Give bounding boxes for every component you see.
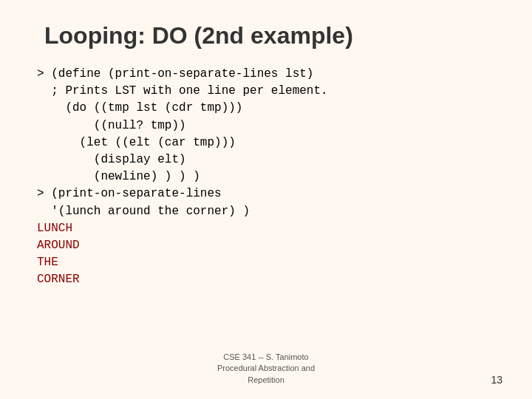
page-number: 13	[491, 374, 502, 386]
output-block: LUNCH AROUND THE CORNER	[37, 220, 495, 289]
code-block: > (define (print-on-separate-lines lst) …	[37, 66, 495, 220]
code-section: > (define (print-on-separate-lines lst) …	[37, 66, 495, 288]
footer-line2: Procedural Abstraction and	[217, 364, 315, 372]
footer-line1: CSE 341 -- S. Tanimoto	[223, 352, 308, 361]
footer-text: CSE 341 -- S. Tanimoto Procedural Abstra…	[217, 352, 315, 386]
slide-title: Looping: DO (2nd example)	[37, 22, 495, 50]
footer: CSE 341 -- S. Tanimoto Procedural Abstra…	[0, 352, 532, 386]
slide: Looping: DO (2nd example) > (define (pri…	[0, 0, 532, 399]
footer-line3: Repetition	[248, 375, 284, 384]
